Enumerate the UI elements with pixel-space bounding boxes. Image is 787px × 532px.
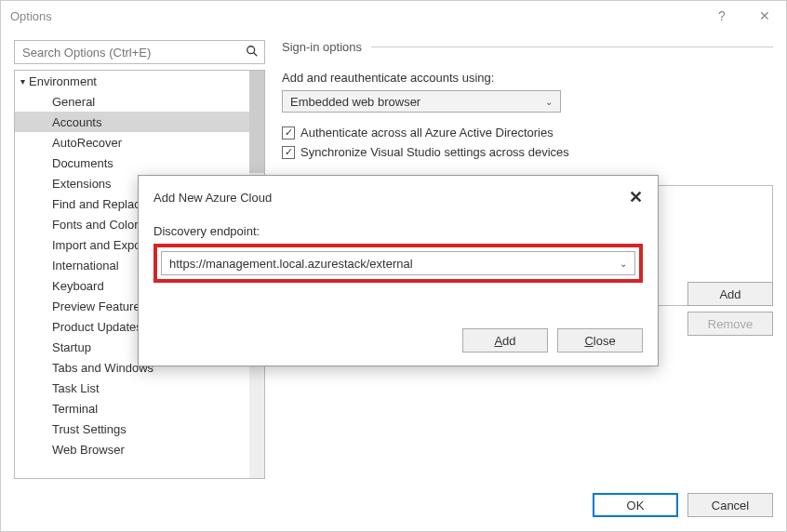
reauth-label: Add and reauthenticate accounts using: <box>282 71 773 85</box>
ok-button[interactable]: OK <box>593 493 678 517</box>
button-label: Close <box>584 334 615 348</box>
tree-label: Preview Features <box>52 299 146 313</box>
window-title: Options <box>10 9 52 23</box>
titlebar: Options ? ✕ <box>1 1 786 31</box>
tree-label: Keyboard <box>52 279 104 293</box>
tree-label: Documents <box>52 156 113 170</box>
discovery-endpoint-label: Discovery endpoint: <box>153 224 643 238</box>
tree-label: Task List <box>52 381 100 395</box>
tree-item-task-list[interactable]: Task List <box>15 378 249 398</box>
tree-item-documents[interactable]: Documents <box>15 153 249 173</box>
dialog-footer: OK Cancel <box>1 479 786 531</box>
tree-label: Environment <box>29 74 97 88</box>
search-icon <box>246 45 259 60</box>
chevron-down-icon: ▾ <box>20 76 25 86</box>
svg-line-1 <box>254 52 258 56</box>
tree-label: Accounts <box>52 115 101 129</box>
close-icon: ✕ <box>759 8 770 23</box>
section-title: Sign-in options <box>282 40 362 54</box>
tree-label: Fonts and Colors <box>52 218 144 232</box>
tree-item-accounts[interactable]: Accounts <box>15 112 249 132</box>
help-icon: ? <box>718 8 726 23</box>
tree-label: AutoRecover <box>52 136 122 150</box>
button-label: Cancel <box>712 499 749 512</box>
cancel-button[interactable]: Cancel <box>687 493 773 517</box>
button-label: OK <box>627 499 645 512</box>
close-button[interactable]: ✕ <box>743 1 786 31</box>
add-cloud-button[interactable]: Add <box>687 282 773 306</box>
check-sync-settings[interactable]: ✓ Synchronize Visual Studio settings acr… <box>282 145 773 159</box>
search-options[interactable] <box>14 40 265 64</box>
modal-title: Add New Azure Cloud <box>153 191 272 205</box>
svg-point-0 <box>247 46 255 53</box>
tree-label: Find and Replace <box>52 197 147 211</box>
tree-item-general[interactable]: General <box>15 91 249 112</box>
tree-item-autorecover[interactable]: AutoRecover <box>15 132 249 153</box>
checkbox-icon: ✓ <box>282 126 295 140</box>
tree-item-trust-settings[interactable]: Trust Settings <box>15 419 249 439</box>
reauth-value: Embedded web browser <box>290 95 420 109</box>
highlight-annotation: https://management.local.azurestack/exte… <box>153 244 643 283</box>
help-button[interactable]: ? <box>700 1 743 31</box>
check-label: Authenticate across all Azure Active Dir… <box>300 126 554 140</box>
modal-close-button[interactable]: ✕ <box>629 187 643 207</box>
tree-label: Trust Settings <box>52 422 127 436</box>
discovery-endpoint-value: https://management.local.azurestack/exte… <box>169 257 413 271</box>
button-label: Add <box>719 287 740 301</box>
tree-item-web-browser[interactable]: Web Browser <box>15 439 249 459</box>
tree-label: General <box>52 95 95 109</box>
modal-close-button-footer[interactable]: Close <box>557 328 643 352</box>
check-label: Synchronize Visual Studio settings acros… <box>300 145 569 159</box>
remove-cloud-button: Remove <box>687 312 773 336</box>
tree-scroll-thumb[interactable] <box>249 71 264 173</box>
tree-parent-environment[interactable]: ▾Environment <box>15 71 249 91</box>
tree-label: Web Browser <box>52 443 125 457</box>
checkbox-icon: ✓ <box>282 146 295 159</box>
section-header: Sign-in options <box>282 40 773 54</box>
section-rule <box>371 47 773 47</box>
chevron-down-icon: ⌄ <box>545 97 553 107</box>
add-azure-cloud-dialog: Add New Azure Cloud ✕ Discovery endpoint… <box>138 175 659 366</box>
discovery-endpoint-input[interactable]: https://management.local.azurestack/exte… <box>161 251 635 275</box>
reauth-select[interactable]: Embedded web browser ⌄ <box>282 90 561 113</box>
tree-label: Extensions <box>52 177 112 191</box>
modal-add-button[interactable]: Add <box>462 328 548 352</box>
button-label: Add <box>494 334 515 348</box>
tree-item-terminal[interactable]: Terminal <box>15 398 249 419</box>
tree-label: International <box>52 259 119 273</box>
button-label: Remove <box>708 317 753 331</box>
tree-label: Startup <box>52 340 91 354</box>
check-authenticate-all-aad[interactable]: ✓ Authenticate across all Azure Active D… <box>282 126 773 140</box>
search-input[interactable] <box>20 45 246 60</box>
tree-label: Terminal <box>52 402 98 416</box>
tree-label: Product Updates <box>52 320 142 334</box>
chevron-down-icon: ⌄ <box>620 259 627 269</box>
